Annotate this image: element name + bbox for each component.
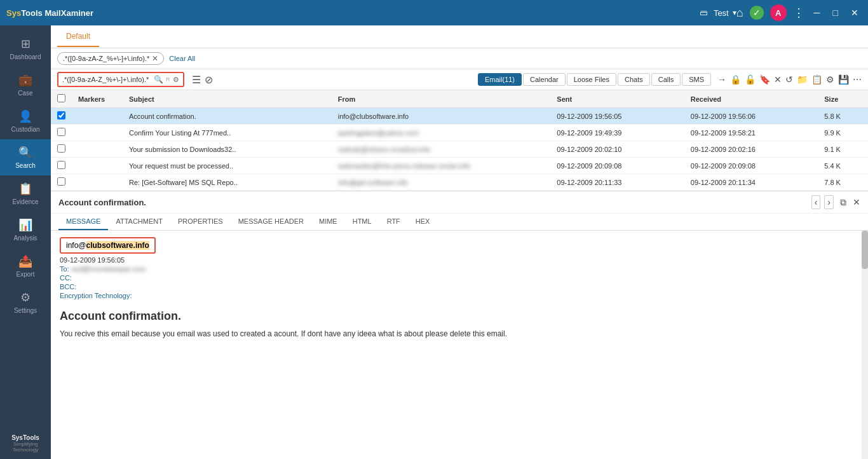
col-header-checkbox (51, 90, 72, 108)
sidebar-item-settings[interactable]: ⚙ Settings (0, 284, 51, 320)
config-icon[interactable]: ⚙ (826, 74, 834, 85)
preview-prev-button[interactable]: ‹ (811, 195, 821, 209)
window-title: Test (714, 8, 729, 18)
preview-tab-mime[interactable]: MIME (311, 214, 345, 230)
search-settings-icon[interactable]: ⚙ (173, 76, 179, 84)
search-input[interactable] (62, 76, 151, 83)
row-markers (72, 141, 123, 158)
bookmark-icon[interactable]: 🔖 (759, 74, 770, 85)
title-bar-left: SysTools MailXaminer (6, 8, 700, 18)
row-size: 5.4 K (818, 158, 868, 174)
table-row[interactable]: Your request must be processed.. webmast… (51, 158, 868, 174)
email-to-line: To: ned@monetarepair.com (60, 265, 859, 273)
sidebar-item-export[interactable]: 📤 Export (0, 248, 51, 284)
row-received: 09-12-2009 19:58:21 (684, 125, 818, 141)
row-checkbox-cell (51, 108, 72, 125)
clear-all-button[interactable]: Clear All (169, 55, 195, 62)
preview-tab-properties[interactable]: PROPERTIES (170, 214, 231, 230)
preview-close-icon[interactable]: ✕ (853, 197, 860, 207)
search-submit-icon[interactable]: 🔍 (154, 75, 163, 84)
preview-next-button[interactable]: › (824, 195, 834, 209)
lock-icon[interactable]: 🔒 (730, 74, 741, 85)
select-all-checkbox[interactable] (57, 94, 65, 102)
refresh-icon[interactable]: ↺ (785, 74, 793, 85)
more-options-icon[interactable]: ⋯ (853, 74, 862, 85)
group-view-icon[interactable]: ☰ (192, 74, 201, 86)
toolbar-action-icons: → 🔒 🔓 🔖 ✕ ↺ 📁 📋 ⚙ 💾 ⋯ (717, 74, 862, 85)
row-checkbox[interactable] (57, 144, 65, 153)
scrollbar[interactable] (862, 231, 868, 459)
settings-icon: ⚙ (20, 291, 31, 305)
row-subject: Account confirmation. (123, 108, 332, 125)
unlock-icon[interactable]: 🔓 (745, 74, 756, 85)
sidebar-item-case[interactable]: 💼 Case (0, 67, 51, 103)
preview-tab-message[interactable]: MESSAGE (58, 214, 108, 230)
preview-expand-icon[interactable]: ⧉ (840, 197, 846, 208)
home-icon[interactable]: ⌂ (736, 6, 743, 20)
row-checkbox[interactable] (57, 128, 65, 136)
row-subject: Re: [Get-Software] MS SQL Repo.. (123, 174, 332, 191)
row-checkbox[interactable] (57, 111, 65, 120)
minimize-button[interactable]: ─ (811, 6, 824, 19)
row-received: 09-12-2009 20:11:34 (684, 174, 818, 191)
table-row[interactable]: Confirm Your Listing At 777med.. parking… (51, 125, 868, 141)
sidebar-label-custodian: Custodian (11, 126, 39, 133)
row-sent: 09-12-2009 20:11:33 (550, 174, 684, 191)
maximize-button[interactable]: □ (830, 6, 841, 19)
sidebar-bottom: SysTools Simplifying Technology (0, 434, 51, 459)
table-row[interactable]: Account confirmation. info@clubsoftware.… (51, 108, 868, 125)
row-sent: 09-12-2009 19:56:05 (550, 108, 684, 125)
preview-content: info@clubsoftware.info 09-12-2009 19:56:… (51, 231, 868, 459)
clear-icon[interactable]: ✕ (774, 74, 782, 85)
filter-tab-sms[interactable]: SMS (682, 73, 711, 86)
status-check-icon[interactable]: ✓ (750, 6, 764, 20)
sidebar-item-evidence[interactable]: 📋 Evidence (0, 175, 51, 212)
encryption-label: Encryption Technology: (60, 292, 132, 299)
filter-tab-email[interactable]: Email(11) (478, 73, 522, 86)
search-chip-close[interactable]: ✕ (152, 54, 158, 63)
copy-icon[interactable]: 📋 (811, 74, 822, 85)
save-icon[interactable]: 💾 (838, 74, 849, 85)
email-cc-line: CC: (60, 274, 859, 282)
sidebar-label-case: Case (18, 90, 32, 97)
close-button[interactable]: ✕ (848, 6, 862, 19)
row-markers (72, 158, 123, 174)
filter-tab-chats[interactable]: Chats (618, 73, 650, 86)
dashboard-icon: ⊞ (21, 37, 31, 51)
row-size: 7.8 K (818, 174, 868, 191)
row-sent: 09-12-2009 20:02:10 (550, 141, 684, 158)
row-checkbox[interactable] (57, 161, 65, 169)
preview-tab-message-header[interactable]: MESSAGE HEADER (231, 214, 311, 230)
row-from: nobody@sharex.omailout.info (332, 141, 551, 158)
email-from-box: info@clubsoftware.info (60, 237, 156, 254)
email-list-area: Markers Subject From Sent Received Size … (51, 90, 868, 191)
search-chip: .*([0-9a-zA-Z_%+\-]+\.info).* ✕ (57, 52, 164, 65)
sidebar-item-custodian[interactable]: 👤 Custodian (0, 103, 51, 139)
row-markers (72, 125, 123, 141)
preview-tabs: MESSAGE ATTACHMENT PROPERTIES MESSAGE HE… (51, 214, 868, 231)
search-input-box: 🔍 R ⚙ (57, 72, 184, 87)
forward-icon[interactable]: → (717, 74, 726, 85)
evidence-icon: 📋 (18, 182, 32, 196)
case-icon: 💼 (18, 73, 32, 87)
preview-tab-rtf[interactable]: RTF (379, 214, 408, 230)
table-row[interactable]: Your submission to Downloads32.. nobody@… (51, 141, 868, 158)
row-checkbox[interactable] (57, 177, 65, 186)
filter-tab-calls[interactable]: Calls (651, 73, 681, 86)
filter-tab-loose-files[interactable]: Loose Files (567, 73, 616, 86)
preview-tab-hex[interactable]: HEX (408, 214, 438, 230)
more-menu-icon[interactable]: ⋮ (793, 6, 804, 20)
tab-default[interactable]: Default (57, 27, 99, 47)
preview-tab-attachment[interactable]: ATTACHMENT (108, 214, 170, 230)
scroll-thumb[interactable] (862, 231, 868, 269)
sidebar-item-analysis[interactable]: 📊 Analysis (0, 212, 51, 248)
filter-tab-calendar[interactable]: Calendar (523, 73, 566, 86)
sidebar-item-search[interactable]: 🔍 Search (0, 139, 51, 175)
table-row[interactable]: Re: [Get-Software] MS SQL Repo.. info@ge… (51, 174, 868, 191)
email-body-text: You recive this email because you email … (60, 328, 859, 339)
preview-tab-html[interactable]: HTML (345, 214, 379, 230)
avatar[interactable]: A (770, 4, 787, 21)
sidebar-item-dashboard[interactable]: ⊞ Dashboard (0, 31, 51, 67)
filter-icon[interactable]: ⊘ (205, 74, 213, 86)
folder-icon[interactable]: 📁 (797, 74, 808, 85)
